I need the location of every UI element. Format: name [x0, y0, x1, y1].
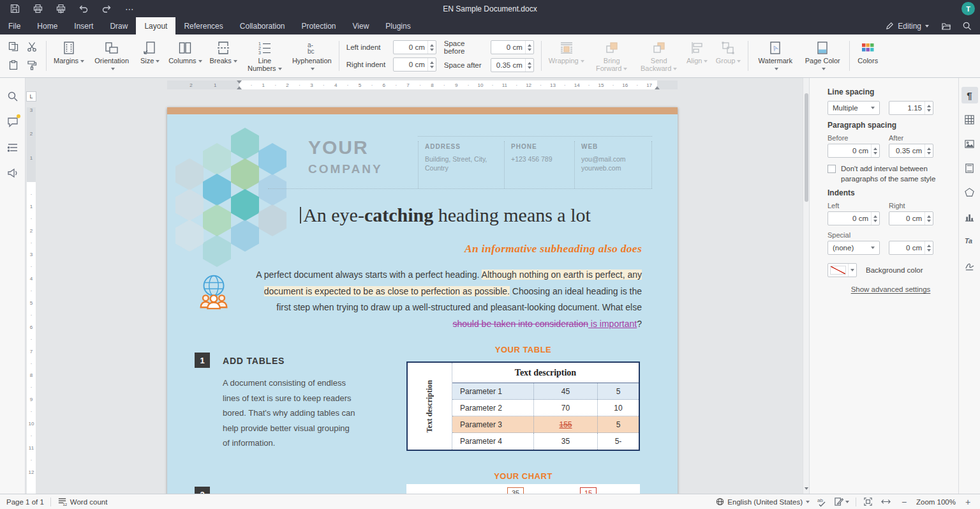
left-sidebar: [0, 78, 26, 494]
line-spacing-select[interactable]: Multiple: [828, 101, 880, 115]
tab-stop-selector[interactable]: L: [26, 91, 36, 102]
scrollbar-thumb[interactable]: [805, 93, 808, 202]
colors-button[interactable]: Colors: [853, 34, 882, 77]
tab-view[interactable]: View: [345, 17, 378, 34]
zoom-in-button[interactable]: +: [962, 496, 974, 508]
margins-button[interactable]: Margins: [50, 34, 88, 77]
page-color-button[interactable]: Page Color: [799, 34, 846, 77]
chart-settings-button[interactable]: [961, 208, 978, 225]
table-row: Parameter 3 155 5: [452, 416, 639, 433]
space-after-label: Space after: [444, 61, 486, 69]
redo-button[interactable]: [97, 2, 116, 15]
cut-button[interactable]: [24, 39, 40, 54]
language-selector[interactable]: English (United States): [716, 498, 810, 506]
line-numbers-button[interactable]: 123 Line Numbers: [241, 34, 288, 77]
chevron-down-icon: [234, 60, 237, 63]
tab-file[interactable]: File: [0, 17, 29, 34]
chevron-down-icon: [156, 60, 160, 63]
search-button[interactable]: [957, 19, 976, 33]
table-settings-button[interactable]: [961, 111, 978, 128]
open-file-location-button[interactable]: [937, 19, 956, 33]
vertical-scrollbar[interactable]: [803, 78, 809, 494]
document-subheading: An informative subheading also does: [249, 242, 642, 255]
watermark-button[interactable]: A Watermark: [752, 34, 799, 77]
left-indent-marker[interactable]: [237, 86, 242, 89]
hyphenation-button[interactable]: a-bc Hyphenation: [288, 34, 336, 77]
tab-plugins[interactable]: Plugins: [377, 17, 419, 34]
copy-button[interactable]: [6, 39, 21, 54]
comments-button[interactable]: [4, 114, 21, 130]
undo-button[interactable]: [74, 2, 93, 15]
signature-settings-button[interactable]: [961, 257, 978, 273]
save-button[interactable]: [5, 2, 24, 15]
zoom-out-button[interactable]: −: [898, 496, 910, 508]
spell-check-button[interactable]: ab: [816, 496, 828, 508]
track-changes-button[interactable]: [834, 496, 849, 508]
copy-style-button[interactable]: [24, 57, 40, 73]
orientation-button[interactable]: Orientation: [88, 34, 135, 77]
shape-settings-button[interactable]: [961, 184, 978, 201]
tab-draw[interactable]: Draw: [101, 17, 136, 34]
special-indent-select[interactable]: (none): [828, 241, 880, 255]
tab-collaboration[interactable]: Collaboration: [232, 17, 293, 34]
chevron-down-icon: [850, 269, 854, 271]
left-indent-spinner[interactable]: 0 cm: [393, 40, 436, 54]
scroll-down-button[interactable]: [803, 485, 809, 492]
horizontal-ruler[interactable]: 211·2·3·4·5·6·7·8·9·10·11·12·13·14·15·16…: [37, 79, 803, 91]
paragraph-settings-button[interactable]: ¶: [961, 87, 978, 103]
quick-print-button[interactable]: [51, 2, 70, 15]
word-count-button[interactable]: 123 Word count: [57, 497, 108, 506]
zoom-level[interactable]: Zoom 100%: [916, 498, 956, 506]
size-button[interactable]: Size: [135, 34, 165, 77]
textart-settings-button[interactable]: Ta: [961, 232, 978, 249]
find-button[interactable]: [4, 88, 21, 105]
page-color-icon: [815, 40, 830, 56]
document-page[interactable]: YOUR COMPANY ADDRESS Building, Street, C…: [167, 107, 678, 494]
right-indent-marker[interactable]: [655, 86, 660, 89]
document-canvas[interactable]: L 211·2·3·4·5·6·7·8·9·10·11·12·13·14·15·…: [26, 78, 803, 494]
orientation-icon: [104, 40, 119, 56]
checkbox-box[interactable]: [828, 165, 836, 173]
vertical-ruler[interactable]: 3211·2·3·4·5·6·7·8·9·10·11·12·: [26, 91, 37, 494]
first-line-indent-marker[interactable]: [237, 80, 242, 84]
tab-layout[interactable]: Layout: [136, 17, 175, 34]
space-after-spinner[interactable]: 0.35 cm: [491, 58, 534, 72]
tab-protection[interactable]: Protection: [293, 17, 345, 34]
breaks-button[interactable]: Breaks: [206, 34, 241, 77]
right-indent-spinner[interactable]: 0 cm: [393, 57, 436, 72]
chevron-down-icon: [871, 247, 875, 249]
top-margin-zone: [27, 107, 36, 182]
special-indent-spinner[interactable]: 0 cm: [889, 241, 933, 255]
company-name-line1: YOUR: [308, 137, 383, 158]
user-avatar[interactable]: T: [961, 2, 975, 15]
spacing-after-spinner[interactable]: 0.35 cm: [889, 144, 933, 158]
image-settings-button[interactable]: [961, 135, 978, 152]
spacing-before-spinner[interactable]: 0 cm: [828, 144, 880, 158]
navigation-headings-button[interactable]: [4, 139, 21, 156]
space-before-spinner[interactable]: 0 cm: [491, 40, 534, 54]
header-footer-settings-button[interactable]: [961, 160, 978, 176]
chevron-down-icon: [111, 68, 115, 70]
fit-page-button[interactable]: [863, 496, 874, 508]
tab-references[interactable]: References: [175, 17, 231, 34]
fit-width-button[interactable]: [880, 496, 892, 508]
page-indicator[interactable]: Page 1 of 1: [6, 498, 44, 506]
titlebar: ⋯ EN Sample Document.docx T: [0, 0, 980, 17]
no-color-icon: [830, 266, 846, 275]
tab-home[interactable]: Home: [29, 17, 66, 34]
background-color-picker[interactable]: [828, 263, 857, 277]
contact-phone-line: +123 456 789: [511, 155, 568, 163]
line-spacing-value-spinner[interactable]: 1.15: [889, 101, 933, 115]
advanced-settings-link[interactable]: Show advanced settings: [851, 285, 931, 293]
paste-button[interactable]: [6, 57, 21, 73]
feedback-support-button[interactable]: [4, 165, 21, 181]
customize-toolbar-button[interactable]: ⋯: [120, 2, 139, 15]
columns-button[interactable]: Columns: [165, 34, 205, 77]
tab-insert[interactable]: Insert: [66, 17, 101, 34]
indent-right-spinner[interactable]: 0 cm: [889, 211, 933, 225]
no-interval-checkbox[interactable]: Don't add interval between paragraphs of…: [828, 163, 954, 184]
indent-left-spinner[interactable]: 0 cm: [828, 211, 880, 225]
editing-mode-button[interactable]: Editing: [879, 22, 935, 31]
section-1-title: ADD TABLES: [223, 356, 285, 366]
print-button[interactable]: [28, 2, 47, 15]
